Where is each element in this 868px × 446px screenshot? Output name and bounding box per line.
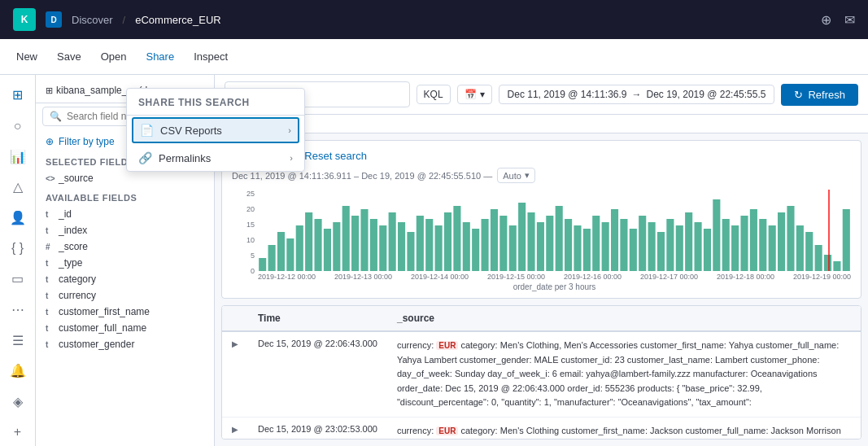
sidebar-icon-canvas[interactable]: ▭ <box>3 265 33 293</box>
kql-button[interactable]: KQL <box>417 85 451 104</box>
sidebar-icon-alert[interactable]: 🔔 <box>3 357 33 385</box>
share-item-permalinks[interactable]: 🔗 Permalinks › <box>127 145 304 171</box>
time-range-row: Dec 11, 2019 @ 14:11:36.911 – Dec 19, 20… <box>232 168 851 183</box>
new-button[interactable]: New <box>10 47 44 66</box>
bars-container <box>258 190 851 271</box>
expand-button[interactable]: ▶ <box>232 425 238 434</box>
sidebar-icon-map[interactable]: △ <box>3 173 33 201</box>
chart-container: 25 20 15 10 5 0 2019-12-12 00:00 <box>232 190 851 291</box>
sidebar-icon-search[interactable]: ⊞ <box>3 81 33 109</box>
svg-rect-49 <box>713 199 720 271</box>
x-axis: 2019-12-12 00:00 2019-12-13 00:00 2019-1… <box>258 271 851 281</box>
svg-rect-43 <box>657 232 665 271</box>
field-name: _id <box>59 208 204 220</box>
results-area: Time _source ▶ Dec 15, 2019 @ 22:06:43.0… <box>221 305 861 439</box>
share-item-csv[interactable]: 📄 CSV Reports › <box>132 117 299 143</box>
svg-rect-15 <box>398 222 405 271</box>
x-tick-1: 2019-12-12 00:00 <box>258 273 316 281</box>
svg-rect-54 <box>759 219 766 271</box>
expand-button[interactable]: ▶ <box>232 339 238 348</box>
open-button[interactable]: Open <box>94 47 133 66</box>
svg-rect-40 <box>630 229 637 271</box>
field-item-customer_gender[interactable]: tcustomer_gender <box>36 336 214 352</box>
mail-icon[interactable]: ✉ <box>844 12 855 28</box>
svg-rect-12 <box>370 219 377 271</box>
date-range[interactable]: Dec 11, 2019 @ 14:11:36.9 → Dec 19, 2019… <box>499 85 775 104</box>
svg-rect-58 <box>796 225 804 271</box>
globe-icon[interactable]: ⊕ <box>821 12 831 28</box>
field-item-_type[interactable]: t_type <box>36 255 214 271</box>
svg-rect-26 <box>499 216 507 271</box>
sidebar-icon-ml[interactable]: ⋯ <box>3 296 33 324</box>
sidebar-icon-apm[interactable]: ◈ <box>3 388 33 416</box>
field-item-_index[interactable]: t_index <box>36 222 214 238</box>
field-name: _index <box>59 225 204 236</box>
field-type: t <box>46 324 54 333</box>
field-name: category <box>59 273 204 285</box>
sidebar-icon-stack[interactable]: ☰ <box>3 326 33 354</box>
sidebar-icon-plus[interactable]: + <box>3 418 33 446</box>
svg-rect-18 <box>425 219 433 271</box>
svg-rect-47 <box>694 222 701 271</box>
svg-rect-39 <box>620 219 627 271</box>
svg-rect-34 <box>574 225 581 271</box>
csv-arrow-icon: › <box>288 125 291 135</box>
auto-select[interactable]: Auto ▾ <box>497 168 535 183</box>
query-bar: currency :"E KQL 📅 ▾ Dec 11, 2019 @ 14:1… <box>215 75 868 115</box>
nav-discover[interactable]: Discover <box>72 14 113 26</box>
svg-rect-63 <box>843 209 850 271</box>
field-item-_id[interactable]: t_id <box>36 206 214 222</box>
reset-search-link[interactable]: Reset search <box>304 150 367 162</box>
nav-index: eCommerce_EUR <box>135 14 220 26</box>
svg-rect-53 <box>750 209 757 271</box>
y-tick-25: 25 <box>246 190 255 198</box>
results-body: ▶ Dec 15, 2019 @ 22:06:43.000 currency: … <box>222 331 861 439</box>
sidebar-icon-chart[interactable]: 📊 <box>3 142 33 170</box>
svg-rect-8 <box>333 222 340 271</box>
svg-rect-2 <box>277 232 285 271</box>
x-tick-4: 2019-12-15 00:00 <box>487 273 545 281</box>
svg-rect-46 <box>685 212 692 271</box>
svg-rect-30 <box>537 222 544 271</box>
y-tick-10: 10 <box>246 236 255 244</box>
field-type: t <box>46 340 54 349</box>
date-arrow: → <box>632 89 642 100</box>
svg-rect-60 <box>815 245 822 271</box>
field-item-currency[interactable]: tcurrency <box>36 287 214 304</box>
table-row: ▶ Dec 15, 2019 @ 22:06:43.000 currency: … <box>222 331 861 417</box>
svg-rect-14 <box>389 212 396 271</box>
svg-rect-36 <box>592 216 600 271</box>
share-dropdown: SHARE THIS SEARCH 📄 CSV Reports › 🔗 Perm… <box>126 88 305 172</box>
inspect-button[interactable]: Inspect <box>187 47 234 66</box>
field-source[interactable]: <> _source <box>36 170 214 186</box>
chart-svg <box>258 190 851 271</box>
sidebar-icon-person[interactable]: 👤 <box>3 204 33 232</box>
field-item-category[interactable]: tcategory <box>36 271 214 287</box>
svg-rect-1 <box>268 245 276 271</box>
y-tick-20: 20 <box>246 205 255 213</box>
index-name: kibana_sample_... <box>56 85 135 96</box>
field-name: customer_first_name <box>59 306 204 317</box>
x-tick-6: 2019-12-17 00:00 <box>640 273 698 281</box>
source-text: currency: EUR category: Men's Clothing, … <box>397 340 839 407</box>
svg-rect-13 <box>379 225 386 271</box>
refresh-button[interactable]: ↻ Refresh <box>781 84 858 106</box>
content-area: currency :"E KQL 📅 ▾ Dec 11, 2019 @ 14:1… <box>215 75 868 446</box>
source-cell: currency: EUR category: Men's Clothing c… <box>387 417 861 439</box>
kibana-logo: K <box>13 8 36 31</box>
save-button[interactable]: Save <box>50 47 88 66</box>
hits-row: 1,114 hits Reset search <box>232 147 851 164</box>
csv-label: CSV Reports <box>160 125 222 137</box>
sidebar-icon-clock[interactable]: ○ <box>3 112 33 140</box>
field-item-_score[interactable]: #_score <box>36 238 214 255</box>
field-type: # <box>46 243 54 251</box>
field-type: t <box>46 226 54 235</box>
sidebar-icon-dev[interactable]: { } <box>3 234 33 262</box>
share-button[interactable]: Share <box>139 47 181 66</box>
field-item-customer_full_name[interactable]: tcustomer_full_name <box>36 320 214 336</box>
available-fields-label: Available fields <box>36 186 214 206</box>
search-icon: 🔍 <box>50 111 62 122</box>
calendar-button[interactable]: 📅 ▾ <box>457 85 492 104</box>
field-item-customer_first_name[interactable]: tcustomer_first_name <box>36 304 214 320</box>
svg-rect-37 <box>602 222 609 271</box>
